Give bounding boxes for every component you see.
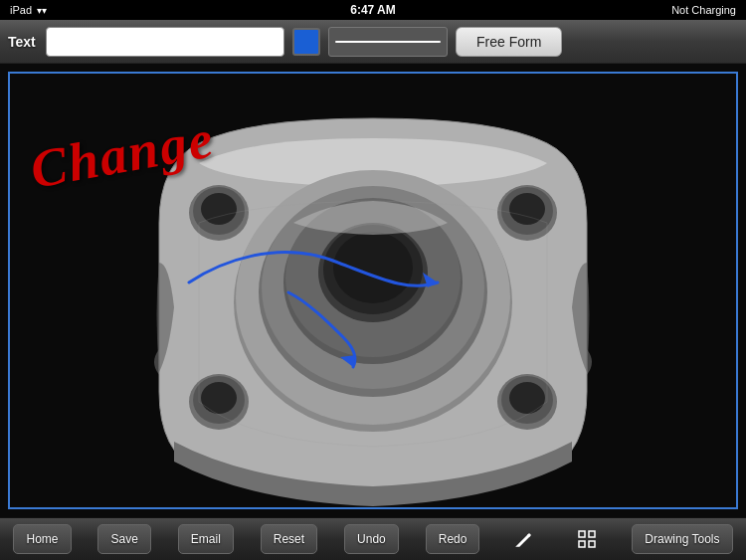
stroke-width-bar[interactable] <box>328 27 448 57</box>
stroke-line <box>335 41 441 43</box>
status-left: iPad ▾▾ <box>10 4 47 16</box>
undo-button[interactable]: Undo <box>344 524 399 554</box>
color-swatch[interactable] <box>292 28 320 56</box>
reset-button[interactable]: Reset <box>261 524 317 554</box>
svg-rect-28 <box>589 541 595 547</box>
home-button[interactable]: Home <box>13 524 71 554</box>
wifi-icon: ▾▾ <box>37 5 47 16</box>
svg-rect-25 <box>579 531 585 537</box>
text-input[interactable] <box>46 27 284 57</box>
pen-tool-button[interactable] <box>506 524 542 554</box>
bottom-toolbar: Home Save Email Reset Undo Redo Drawing … <box>0 517 746 560</box>
save-button[interactable]: Save <box>97 524 150 554</box>
grid-button[interactable] <box>569 524 605 554</box>
device-label: iPad <box>10 4 32 16</box>
email-button[interactable]: Email <box>178 524 234 554</box>
svg-point-19 <box>201 382 237 414</box>
redo-button[interactable]: Redo <box>426 524 480 554</box>
drawing-tools-button[interactable]: Drawing Tools <box>632 524 732 554</box>
toolbar: Text Free Form <box>0 20 746 64</box>
svg-point-22 <box>509 382 545 414</box>
text-label: Text <box>8 34 38 50</box>
battery-status: Not Charging <box>671 4 736 16</box>
svg-rect-27 <box>579 541 585 547</box>
status-time: 6:47 AM <box>350 3 396 17</box>
canvas-area[interactable]: Change <box>0 64 746 517</box>
svg-rect-26 <box>589 531 595 537</box>
status-bar: iPad ▾▾ 6:47 AM Not Charging <box>0 0 746 20</box>
grid-icon <box>577 529 597 549</box>
free-form-button[interactable]: Free Form <box>456 27 562 57</box>
svg-point-10 <box>333 232 413 303</box>
pen-icon <box>514 529 534 549</box>
